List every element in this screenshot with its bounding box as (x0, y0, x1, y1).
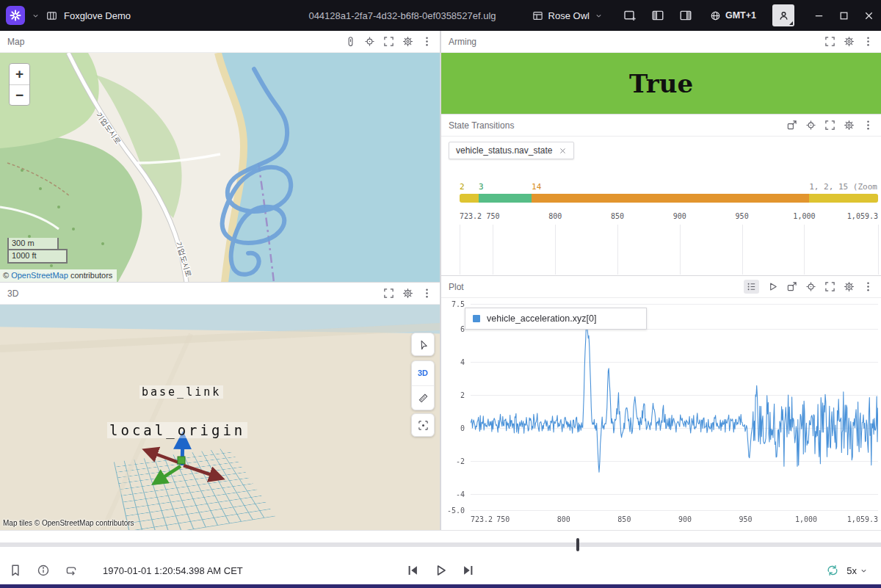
playhead-handle[interactable] (576, 538, 579, 551)
follow-mode-icon[interactable] (345, 36, 356, 47)
window-close-button[interactable] (856, 0, 881, 31)
layout-name[interactable]: Foxglove Demo (64, 10, 131, 21)
series-topic-chip[interactable]: vehicle_status.nav_state (449, 142, 574, 159)
data-source-title[interactable]: 044128a1-2fa7-4d32-b6f8-0ef0358527ef.ulg (308, 10, 496, 21)
plot-series-line (471, 321, 878, 472)
panel-title: Map (7, 37, 24, 47)
openstreetmap-link[interactable]: OpenStreetMap (11, 271, 68, 280)
state-segment[interactable] (460, 194, 479, 203)
frame-label-base-link: base_link (139, 385, 223, 399)
select-tool-button[interactable] (411, 333, 435, 356)
right-sidebar-toggle[interactable] (676, 6, 695, 25)
info-icon[interactable] (37, 564, 50, 577)
gear-icon[interactable] (402, 36, 413, 47)
fullscreen-icon[interactable] (383, 288, 394, 299)
timezone-label: GMT+1 (725, 10, 756, 21)
kebab-menu-icon[interactable] (863, 120, 874, 131)
gear-icon[interactable] (844, 36, 855, 47)
panel-title: State Transitions (449, 120, 514, 131)
fullscreen-icon[interactable] (824, 120, 835, 131)
timezone-selector[interactable]: GMT+1 (710, 10, 756, 21)
kebab-menu-icon[interactable] (421, 288, 432, 299)
state-transitions-content: vehicle_status.nav_state 23141, 2, 15 (Z… (441, 137, 881, 275)
map-viewport[interactable]: 기업도시로 기업도시로 + − 300 m 1000 ft © OpenStre… (0, 53, 440, 282)
chevron-down-icon (860, 567, 868, 575)
playback-speed-selector[interactable]: 5x (846, 565, 868, 576)
cursor-triangle-icon[interactable] (767, 281, 778, 292)
measure-tool-button[interactable] (412, 385, 434, 410)
foxglove-logo[interactable] (6, 6, 25, 25)
profile-selector[interactable]: Rose Owl (529, 10, 606, 21)
grid-line (617, 225, 618, 275)
gear-icon[interactable] (844, 120, 855, 131)
axis-tick-label: 2 (460, 391, 465, 399)
state-transitions-panel: State Transitions vehicle_status.nav_sta… (440, 114, 881, 275)
state-segment[interactable] (479, 194, 532, 203)
crosshair-icon[interactable] (805, 120, 816, 131)
origin-cube (178, 457, 185, 464)
state-segment-labels: 23141, 2, 15 (Zoom fo (460, 182, 878, 192)
timeline-scrubber[interactable] (0, 542, 881, 547)
play-button[interactable] (433, 563, 448, 578)
window-minimize-button[interactable] (806, 0, 831, 31)
crosshair-icon[interactable] (364, 36, 375, 47)
map-panel-header: Map (0, 31, 440, 53)
grid-line (804, 225, 805, 275)
fullscreen-icon[interactable] (824, 281, 835, 292)
map-attribution: © OpenStreetMap contributors (0, 269, 117, 282)
state-segment[interactable] (809, 194, 878, 203)
state-transitions-header: State Transitions (441, 115, 881, 137)
close-icon[interactable] (559, 147, 567, 155)
user-avatar-button[interactable] (772, 4, 794, 26)
3d-viewport[interactable]: base_link local_origin Map tiles © OpenS… (0, 305, 440, 530)
3d-mode-button[interactable]: 3D (412, 361, 434, 385)
plot-legend[interactable]: vehicle_acceleration.xyz[0] (465, 308, 647, 330)
zoom-out-button[interactable]: − (10, 84, 29, 105)
attribution-text: contributors (70, 271, 112, 280)
grid-line (680, 225, 681, 275)
grid-line (460, 225, 460, 275)
axis-tick-label: 750 (486, 212, 499, 220)
add-panel-button[interactable] (620, 6, 639, 25)
window-maximize-button[interactable] (831, 0, 856, 31)
bookmark-icon[interactable] (9, 564, 22, 577)
grid-line (555, 225, 556, 275)
popout-icon[interactable] (786, 281, 797, 292)
kebab-menu-icon[interactable] (863, 36, 874, 47)
plot-chart-area[interactable] (471, 304, 878, 510)
state-segment-label: 3 (479, 182, 484, 192)
state-gridlines (460, 225, 878, 275)
road-label: 기업도시로 (175, 240, 193, 277)
plot-x-axis: 723.27508008509009501,0001,059.3 (471, 515, 878, 526)
loop-icon[interactable] (65, 564, 78, 577)
state-timeline-chart[interactable]: 23141, 2, 15 (Zoom fo 723.27508008509009… (460, 182, 878, 222)
state-timeline-bar (460, 194, 878, 203)
fullscreen-icon[interactable] (383, 36, 394, 47)
legend-toggle-button[interactable] (744, 280, 759, 294)
kebab-menu-icon[interactable] (421, 36, 432, 47)
3d-map-road (0, 327, 440, 349)
skip-to-start-button[interactable] (405, 563, 420, 578)
gear-icon[interactable] (844, 281, 855, 292)
kebab-menu-icon[interactable] (863, 281, 874, 292)
plot-series-canvas (471, 304, 878, 510)
grid-line (742, 225, 743, 275)
3d-axes-overlay (0, 305, 440, 530)
app-menu-chevron-icon[interactable] (32, 12, 40, 20)
gear-icon[interactable] (402, 288, 413, 299)
repeat-icon[interactable] (826, 564, 839, 577)
plot-content[interactable]: 7.56420-2-4-5.0 vehicle_acceleration.xyz… (441, 298, 881, 530)
map-panel: Map (0, 31, 440, 283)
plot-panel: Plot 7.56420-2-4-5.0 vehicle_ac (440, 275, 881, 530)
zoom-in-button[interactable]: + (10, 64, 29, 84)
layout-grid-icon[interactable] (46, 10, 57, 21)
fullscreen-icon[interactable] (824, 36, 835, 47)
state-segment[interactable] (532, 194, 809, 203)
popout-icon[interactable] (786, 120, 797, 131)
skip-to-end-button[interactable] (461, 563, 476, 578)
left-sidebar-toggle[interactable] (648, 6, 667, 25)
recenter-camera-button[interactable] (411, 413, 435, 437)
state-segment-label: 2 (460, 182, 465, 192)
axis-tick-label: -5.0 (447, 507, 465, 515)
crosshair-icon[interactable] (805, 281, 816, 292)
